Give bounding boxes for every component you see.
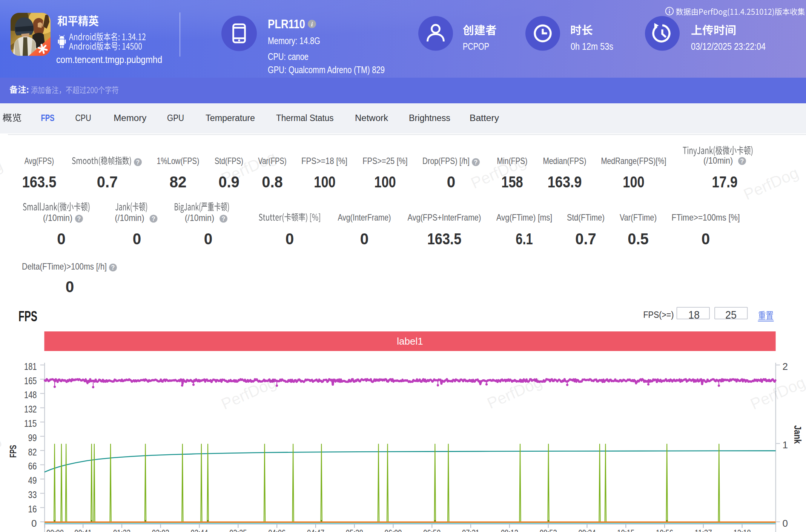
svg-text:04:47: 04:47 [307,528,324,532]
svg-text:CPU: CPU [75,113,91,123]
svg-text:GPU: GPU [167,113,184,123]
svg-text:08:53: 08:53 [540,528,557,532]
svg-text:Temperature: Temperature [206,113,255,123]
svg-text:00:00: 00:00 [46,528,64,532]
svg-text:?: ? [152,216,155,222]
svg-text:0: 0 [360,230,369,248]
svg-text:?: ? [77,216,81,222]
svg-text:i: i [311,21,313,28]
svg-text:PerfDog: PerfDog [484,373,545,412]
svg-text:02:03: 02:03 [152,528,169,532]
svg-text:0: 0 [133,230,141,248]
svg-text:0: 0 [447,173,456,191]
svg-text:165: 165 [24,375,37,386]
svg-text:Var(FTime): Var(FTime) [620,212,657,222]
svg-text:Memory: 14.8G: Memory: 14.8G [268,35,320,46]
svg-text:03:25: 03:25 [229,528,247,532]
svg-text:(/10min): (/10min) [703,155,733,166]
svg-text:?: ? [136,159,140,166]
svg-text:Avg(InterFrame): Avg(InterFrame) [338,212,391,222]
svg-text:CPU: canoe: CPU: canoe [268,51,309,62]
svg-text:0: 0 [286,230,294,248]
svg-text:100: 100 [374,173,396,191]
svg-text:66: 66 [28,460,37,472]
svg-text:03/12/2025 23:22:04: 03/12/2025 23:22:04 [691,41,766,52]
svg-text:Battery: Battery [470,113,499,123]
svg-text:12:18: 12:18 [734,528,751,532]
svg-text:0: 0 [66,278,74,296]
svg-text:10:15: 10:15 [617,528,634,532]
svg-text:PLR110: PLR110 [268,17,305,31]
svg-text:0.7: 0.7 [575,230,596,248]
svg-text:99: 99 [28,432,37,443]
svg-text:02:44: 02:44 [191,528,208,532]
svg-text:0.8: 0.8 [262,173,283,191]
svg-text:PerfDog: PerfDog [0,156,5,196]
svg-text:FPS>=18 [%]: FPS>=18 [%] [301,156,347,166]
svg-text:FPS(>=): FPS(>=) [643,310,674,320]
svg-text:(/10min): (/10min) [43,213,72,223]
svg-text:PerfDog: PerfDog [0,429,3,469]
svg-text:163.9: 163.9 [548,173,582,191]
svg-text:07:31: 07:31 [462,528,479,532]
svg-text:01:22: 01:22 [113,528,130,532]
svg-text:49: 49 [28,475,37,486]
svg-text:Avg(FTime) [ms]: Avg(FTime) [ms] [496,212,552,222]
svg-text:Drop(FPS) [/h]: Drop(FPS) [/h] [422,156,470,166]
svg-text:11:37: 11:37 [695,528,712,532]
svg-text:09:34: 09:34 [578,528,596,532]
svg-text:0: 0 [31,518,37,529]
svg-text:FPS: FPS [41,113,54,123]
svg-text:08:12: 08:12 [501,528,518,532]
svg-text:82: 82 [28,446,37,458]
svg-text:(/10min): (/10min) [185,213,214,223]
svg-text:PCPOP: PCPOP [463,41,489,52]
svg-text:05:28: 05:28 [346,528,363,532]
svg-text:148: 148 [24,389,37,400]
svg-text:Avg(FPS): Avg(FPS) [25,156,54,166]
svg-text:1%Low(FPS): 1%Low(FPS) [157,156,200,166]
svg-text:FPS: FPS [18,308,37,324]
svg-text:0: 0 [204,230,213,248]
svg-text:100: 100 [314,173,336,191]
svg-text:82: 82 [170,173,187,191]
svg-text:18: 18 [688,309,700,321]
svg-text:?: ? [111,264,115,271]
svg-text:?: ? [740,158,744,164]
svg-text:115: 115 [24,418,37,429]
svg-text:0: 0 [702,230,710,248]
svg-text:00:41: 00:41 [74,528,92,532]
svg-text:Thermal Status: Thermal Status [276,113,334,123]
svg-text:06:50: 06:50 [423,528,441,532]
svg-text:Delta(FTime)>100ms [/h]: Delta(FTime)>100ms [/h] [22,261,107,271]
svg-text:Memory: Memory [114,113,147,123]
svg-text:Avg(FPS+InterFrame): Avg(FPS+InterFrame) [408,212,481,222]
svg-text:0h 12m 53s: 0h 12m 53s [571,41,613,52]
svg-text:Brightness: Brightness [409,113,450,123]
svg-text:Jank: Jank [792,425,803,444]
svg-text:Network: Network [355,113,388,123]
svg-text:2: 2 [783,361,788,372]
svg-text:PerfDog: PerfDog [741,164,801,204]
svg-text:17.9: 17.9 [712,173,738,191]
svg-text:16: 16 [28,503,37,515]
svg-text:Std(FTime): Std(FTime) [567,212,605,222]
svg-text:0: 0 [57,230,66,248]
svg-text:163.5: 163.5 [427,230,462,248]
svg-text:33: 33 [28,489,37,500]
svg-text:0: 0 [783,518,788,529]
svg-text:6.1: 6.1 [516,230,533,248]
svg-text:GPU: Qualcomm Adreno (TM) 829: GPU: Qualcomm Adreno (TM) 829 [268,64,385,75]
svg-text:PerfDog: PerfDog [218,373,279,413]
svg-text:1: 1 [783,439,788,451]
svg-text:FPS>=25 [%]: FPS>=25 [%] [362,156,407,166]
svg-text:0.7: 0.7 [97,173,118,191]
svg-text:Median(FPS): Median(FPS) [543,156,586,166]
svg-text:10:56: 10:56 [656,528,673,532]
svg-text:com.tencent.tmgp.pubgmhd: com.tencent.tmgp.pubgmhd [56,54,162,65]
svg-text:25: 25 [725,309,737,321]
svg-text:(/10min): (/10min) [115,213,144,223]
svg-text:MedRange(FPS)[%]: MedRange(FPS)[%] [601,156,666,166]
svg-text:132: 132 [24,403,37,415]
svg-text:163.5: 163.5 [22,173,57,191]
